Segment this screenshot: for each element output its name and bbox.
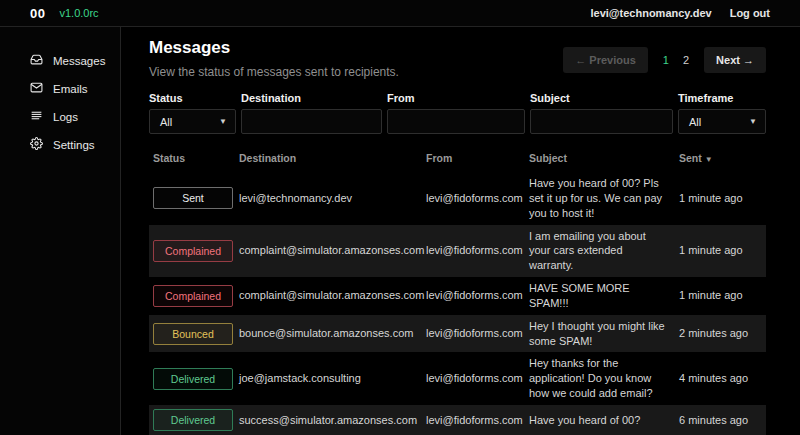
sidebar-item-label: Emails <box>53 83 88 95</box>
column-header-from: From <box>426 152 529 164</box>
timeframe-filter-label: Timeframe <box>678 92 766 104</box>
inbox-icon <box>30 53 43 68</box>
cell-from: levi@fidoforms.com <box>426 243 529 258</box>
cell-subject: HAVE SOME MORE SPAM!!! <box>529 281 679 311</box>
cell-from: levi@fidoforms.com <box>426 288 529 303</box>
table-row[interactable]: Delivered success@simulator.amazonses.co… <box>149 405 766 435</box>
cell-sent: 1 minute ago <box>679 191 759 206</box>
destination-filter-input[interactable] <box>241 109 382 134</box>
subject-filter-label: Subject <box>530 92 673 104</box>
messages-table: Status Destination From Subject Sent▼ Se… <box>149 148 766 435</box>
cell-from: levi@fidoforms.com <box>426 413 529 428</box>
sort-desc-icon: ▼ <box>705 155 713 164</box>
next-page-button[interactable]: Next → <box>704 47 766 73</box>
timeframe-filter-select[interactable]: All ▼ <box>678 109 766 134</box>
status-filter-value: All <box>160 116 172 128</box>
page-title: Messages <box>149 38 399 58</box>
cell-subject: Have you heard of 00? Pls set it up for … <box>529 176 679 221</box>
logout-button[interactable]: Log out <box>730 7 770 19</box>
cell-destination: joe@jamstack.consulting <box>239 371 426 386</box>
main-content: Messages View the status of messages sen… <box>121 27 800 435</box>
column-header-status: Status <box>149 152 239 164</box>
table-row[interactable]: Sent levi@technomancy.dev levi@fidoforms… <box>149 172 766 225</box>
cell-from: levi@fidoforms.com <box>426 371 529 386</box>
table-row[interactable]: Complained complaint@simulator.amazonses… <box>149 225 766 278</box>
from-filter-label: From <box>387 92 525 104</box>
sidebar-item-label: Settings <box>53 139 95 151</box>
cell-destination: success@simulator.amazonses.com <box>239 413 426 428</box>
status-badge: Complained <box>153 240 233 262</box>
cell-destination: complaint@simulator.amazonses.com <box>239 288 426 303</box>
cell-sent: 1 minute ago <box>679 288 759 303</box>
cell-from: levi@fidoforms.com <box>426 191 529 206</box>
cell-subject: Hey thanks for the application! Do you k… <box>529 356 679 401</box>
cell-destination: levi@technomancy.dev <box>239 191 426 206</box>
status-badge: Delivered <box>153 368 233 390</box>
version-label: v1.0.0rc <box>59 7 98 19</box>
sidebar: Messages Emails Logs Settings <box>0 27 121 435</box>
timeframe-filter-value: All <box>689 116 701 128</box>
status-badge: Bounced <box>153 323 233 345</box>
cell-destination: complaint@simulator.amazonses.com <box>239 243 426 258</box>
previous-page-button[interactable]: ← Previous <box>563 47 648 73</box>
mail-icon <box>30 81 43 96</box>
sidebar-item-label: Messages <box>53 55 105 67</box>
subject-filter-input[interactable] <box>530 109 673 134</box>
destination-filter-label: Destination <box>241 92 382 104</box>
status-badge: Delivered <box>153 409 233 431</box>
table-row[interactable]: Complained complaint@simulator.amazonses… <box>149 277 766 315</box>
sidebar-item-emails[interactable]: Emails <box>0 76 120 101</box>
column-header-destination: Destination <box>239 152 426 164</box>
table-body: Sent levi@technomancy.dev levi@fidoforms… <box>149 172 766 435</box>
page-subtitle: View the status of messages sent to reci… <box>149 65 399 79</box>
sidebar-item-settings[interactable]: Settings <box>0 132 120 157</box>
filters-bar: Status All ▼ Destination From Subject Ti… <box>149 92 766 134</box>
table-row[interactable]: Bounced bounce@simulator.amazonses.com l… <box>149 315 766 353</box>
column-header-sent[interactable]: Sent▼ <box>679 152 759 164</box>
sidebar-item-label: Logs <box>53 111 78 123</box>
page-number-1[interactable]: 1 <box>663 54 669 66</box>
table-row[interactable]: Delivered joe@jamstack.consulting levi@f… <box>149 352 766 405</box>
app-logo[interactable]: 00 <box>30 6 45 21</box>
cell-from: levi@fidoforms.com <box>426 326 529 341</box>
table-header: Status Destination From Subject Sent▼ <box>149 148 766 172</box>
column-header-subject: Subject <box>529 152 679 164</box>
from-filter-input[interactable] <box>387 109 525 134</box>
gear-icon <box>30 137 43 152</box>
pagination: ← Previous 1 2 Next → <box>563 47 766 73</box>
user-email: levi@technomancy.dev <box>590 7 711 19</box>
page-number-2[interactable]: 2 <box>683 54 689 66</box>
status-badge: Complained <box>153 285 233 307</box>
topbar: 00 v1.0.0rc levi@technomancy.dev Log out <box>0 0 800 27</box>
chevron-down-icon: ▼ <box>749 117 757 126</box>
cell-sent: 4 minutes ago <box>679 371 759 386</box>
sidebar-item-logs[interactable]: Logs <box>0 104 120 129</box>
cell-destination: bounce@simulator.amazonses.com <box>239 326 426 341</box>
topbar-right: levi@technomancy.dev Log out <box>590 7 770 19</box>
cell-sent: 1 minute ago <box>679 243 759 258</box>
chevron-down-icon: ▼ <box>219 117 227 126</box>
status-filter-label: Status <box>149 92 236 104</box>
cell-sent: 6 minutes ago <box>679 413 759 428</box>
cell-subject: Have you heard of 00? <box>529 413 679 428</box>
cell-subject: Hey I thought you might like some SPAM! <box>529 319 679 349</box>
cell-sent: 2 minutes ago <box>679 326 759 341</box>
sidebar-item-messages[interactable]: Messages <box>0 48 120 73</box>
status-filter-select[interactable]: All ▼ <box>149 109 236 134</box>
cell-subject: I am emailing you about your cars extend… <box>529 229 679 274</box>
status-badge: Sent <box>153 187 233 209</box>
logs-icon <box>30 109 43 124</box>
